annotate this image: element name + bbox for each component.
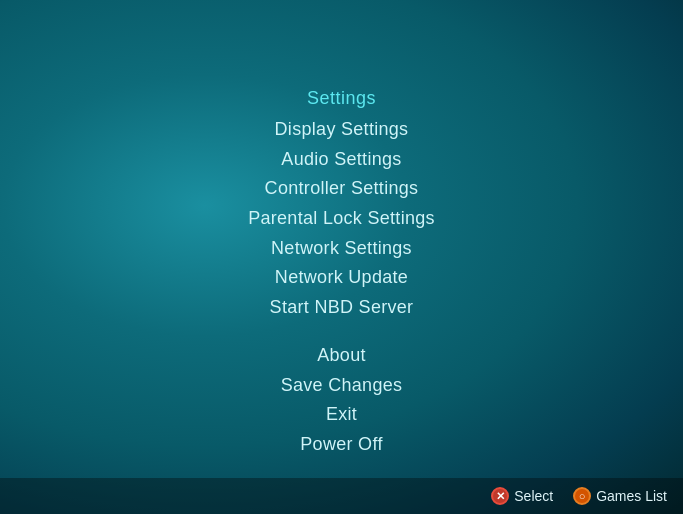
- menu-item-start-nbd-server[interactable]: Start NBD Server: [248, 293, 435, 323]
- games-list-label: Games List: [596, 488, 667, 504]
- menu-item-controller-settings[interactable]: Controller Settings: [248, 174, 435, 204]
- menu-group-1: Display Settings Audio Settings Controll…: [248, 115, 435, 323]
- menu-item-network-update[interactable]: Network Update: [248, 263, 435, 293]
- menu-container: Settings Display Settings Audio Settings…: [0, 0, 683, 514]
- menu-item-save-changes[interactable]: Save Changes: [281, 371, 403, 401]
- menu-item-parental-lock-settings[interactable]: Parental Lock Settings: [248, 204, 435, 234]
- menu-item-power-off[interactable]: Power Off: [281, 430, 403, 460]
- menu-title: Settings: [307, 88, 376, 109]
- select-action[interactable]: ✕ Select: [491, 487, 553, 505]
- x-button-icon: ✕: [491, 487, 509, 505]
- games-list-action[interactable]: ○ Games List: [573, 487, 667, 505]
- select-label: Select: [514, 488, 553, 504]
- menu-item-audio-settings[interactable]: Audio Settings: [248, 145, 435, 175]
- menu-item-exit[interactable]: Exit: [281, 400, 403, 430]
- menu-item-display-settings[interactable]: Display Settings: [248, 115, 435, 145]
- bottom-bar: ✕ Select ○ Games List: [0, 478, 683, 514]
- menu-group-2: About Save Changes Exit Power Off: [281, 341, 403, 460]
- menu-item-network-settings[interactable]: Network Settings: [248, 234, 435, 264]
- o-button-icon: ○: [573, 487, 591, 505]
- menu-item-about[interactable]: About: [281, 341, 403, 371]
